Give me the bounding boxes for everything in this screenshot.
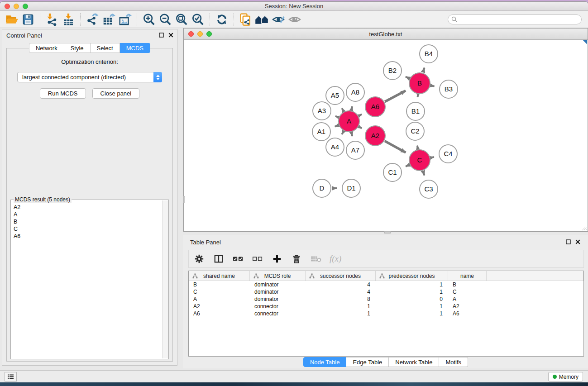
graph-edge-A-A3[interactable] xyxy=(335,116,339,118)
criterion-dropdown[interactable]: largest connected component (directed) xyxy=(17,72,162,82)
show-columns-button[interactable] xyxy=(213,253,225,265)
table-cell[interactable]: B xyxy=(448,281,487,288)
column-header-predecessor-nodes[interactable]: predecessor nodes xyxy=(376,271,448,281)
destroy-table-button[interactable] xyxy=(310,253,322,265)
export-image-button[interactable] xyxy=(117,12,133,27)
splitter-grip-bottom[interactable] xyxy=(384,231,391,234)
graph-edge-B-B2[interactable] xyxy=(406,77,409,79)
table-cell[interactable]: 1 xyxy=(376,303,448,310)
graph-edge-C-C3[interactable] xyxy=(423,171,425,176)
table-cell[interactable]: 8 xyxy=(306,295,376,303)
graph-node-C[interactable]: C xyxy=(409,150,430,171)
birdseye-toggle-icon[interactable] xyxy=(583,40,587,44)
graph-node-D1[interactable]: D1 xyxy=(342,179,360,197)
graph-edge-A-A1[interactable] xyxy=(335,125,339,127)
table-cell[interactable]: A6 xyxy=(448,310,487,317)
graph-edge-A2-C[interactable] xyxy=(385,141,406,153)
graph-node-A5[interactable]: A5 xyxy=(326,86,344,105)
network-window-titlebar[interactable]: testGlobe.txt xyxy=(184,29,588,40)
graph-edge-B-B1[interactable] xyxy=(418,95,418,97)
column-header-shared-name[interactable]: shared name xyxy=(189,271,250,281)
tab-mcds[interactable]: MCDS xyxy=(120,43,150,53)
table-cell[interactable]: 1 xyxy=(306,310,376,317)
graph-edge-C-C1[interactable] xyxy=(406,165,409,167)
table-tab-motifs[interactable]: Motifs xyxy=(439,357,468,367)
graph-node-C2[interactable]: C2 xyxy=(406,122,424,140)
delete-columns-button[interactable] xyxy=(291,253,302,265)
graph-edge-A6-B[interactable] xyxy=(385,91,406,101)
graph-node-A4[interactable]: A4 xyxy=(326,138,344,156)
export-table-button[interactable] xyxy=(100,12,117,27)
graph-node-C1[interactable]: C1 xyxy=(383,163,402,181)
graph-node-B[interactable]: B xyxy=(409,73,430,94)
new-network-from-selection-button[interactable] xyxy=(238,12,254,27)
result-list-item[interactable]: A6 xyxy=(14,233,160,240)
table-cell[interactable]: A2 xyxy=(189,303,250,310)
memory-button[interactable]: Memory xyxy=(548,372,583,381)
zoom-selected-button[interactable] xyxy=(190,12,206,27)
graph-node-A7[interactable]: A7 xyxy=(346,141,364,159)
graph-edge-B-B4[interactable] xyxy=(423,68,424,73)
graph-edge-A-A4[interactable] xyxy=(342,131,344,134)
zoom-in-button[interactable] xyxy=(141,12,157,27)
graph-node-B3[interactable]: B3 xyxy=(440,80,458,98)
zoom-out-button[interactable] xyxy=(157,12,173,27)
import-table-button[interactable] xyxy=(60,12,76,27)
graph-edge-B-B3[interactable] xyxy=(431,86,435,86)
table-tab-network-table[interactable]: Network Table xyxy=(389,357,439,367)
zoom-fit-button[interactable] xyxy=(173,12,190,27)
graph-node-A8[interactable]: A8 xyxy=(346,83,364,101)
table-cell[interactable]: 0 xyxy=(376,295,448,303)
show-style-button[interactable] xyxy=(270,12,287,27)
task-history-button[interactable] xyxy=(5,372,17,381)
result-list-item[interactable]: C xyxy=(14,225,160,233)
close-table-panel-icon[interactable] xyxy=(575,239,580,244)
table-tab-edge-table[interactable]: Edge Table xyxy=(346,357,389,367)
table-cell[interactable]: A xyxy=(448,295,487,303)
graph-node-D[interactable]: D xyxy=(313,179,331,197)
graph-node-C4[interactable]: C4 xyxy=(439,145,457,163)
table-row[interactable]: Adominator80A xyxy=(189,295,583,303)
table-tab-node-table[interactable]: Node Table xyxy=(303,357,347,367)
table-row[interactable]: A6connector11A6 xyxy=(189,310,583,317)
network-canvas[interactable]: B4B2BB3A8A5A6A3B1AA1C2A2A4A7C4CC1DD1C3 xyxy=(184,40,588,231)
graph-edge-C-C2[interactable] xyxy=(417,146,418,149)
column-header-name[interactable]: name xyxy=(448,271,487,281)
show-hide-panels-button[interactable] xyxy=(254,12,270,27)
table-cell[interactable]: A2 xyxy=(448,303,487,310)
function-builder-button[interactable]: f(x) xyxy=(330,253,341,265)
table-cell[interactable]: dominator xyxy=(250,281,306,288)
result-list-item[interactable]: A2 xyxy=(14,204,160,211)
select-all-button[interactable] xyxy=(232,253,244,265)
table-cell[interactable]: dominator xyxy=(250,288,306,295)
unselect-all-button[interactable] xyxy=(252,253,263,265)
tab-network[interactable]: Network xyxy=(29,43,64,53)
import-network-button[interactable] xyxy=(44,12,60,27)
float-table-panel-icon[interactable] xyxy=(566,239,571,244)
graph-edge-A-A7[interactable] xyxy=(351,132,352,136)
close-panel-button[interactable]: Close panel xyxy=(92,88,140,99)
export-network-button[interactable] xyxy=(84,12,100,27)
show-hide-graphics-details-button[interactable] xyxy=(287,12,303,27)
run-mcds-button[interactable]: Run MCDS xyxy=(40,88,86,99)
table-cell[interactable]: dominator xyxy=(250,295,306,303)
graph-node-B2[interactable]: B2 xyxy=(383,62,402,80)
table-cell[interactable]: C xyxy=(448,288,487,295)
table-cell[interactable]: B xyxy=(189,281,250,288)
column-header-successor-nodes[interactable]: successor nodes xyxy=(306,271,376,281)
graph-edge-A-A2[interactable] xyxy=(359,127,362,129)
graph-node-A[interactable]: A xyxy=(339,111,359,132)
graph-node-B4[interactable]: B4 xyxy=(420,45,438,63)
table-settings-button[interactable] xyxy=(193,253,205,265)
graph-node-B1[interactable]: B1 xyxy=(406,102,425,120)
graph-edge-A-A6[interactable] xyxy=(359,114,362,116)
search-field[interactable] xyxy=(448,14,582,24)
splitter-grip-left[interactable] xyxy=(183,196,185,203)
open-file-button[interactable] xyxy=(4,12,20,27)
table-cell[interactable]: A6 xyxy=(189,310,250,317)
table-cell[interactable]: connector xyxy=(250,310,306,317)
table-row[interactable]: Bdominator41B xyxy=(189,281,583,288)
graph-edge-C-C4[interactable] xyxy=(430,157,434,158)
refresh-view-button[interactable] xyxy=(214,12,230,27)
result-list-item[interactable]: A xyxy=(14,211,160,218)
